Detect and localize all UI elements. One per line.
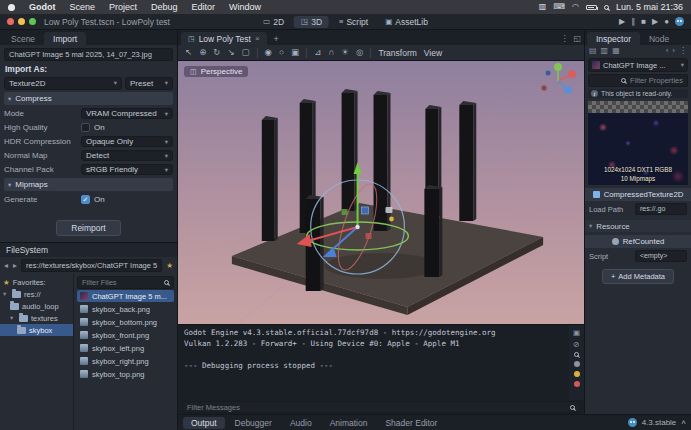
display-status-icon[interactable]: ▥ <box>539 3 547 11</box>
selection-dot[interactable] <box>389 217 394 222</box>
normal-map-dropdown[interactable]: Detect▾ <box>81 150 173 161</box>
menubar-app-name[interactable]: Godot <box>23 2 62 12</box>
fs-forward-icon[interactable]: ▸ <box>12 261 18 270</box>
gizmo-plane-handle[interactable] <box>342 209 348 215</box>
preset-dropdown[interactable]: Preset ▾ <box>125 77 173 90</box>
spotlight-search-icon[interactable] <box>604 5 609 10</box>
bottom-tab-animation[interactable]: Animation <box>322 417 376 429</box>
rotate-tool-icon[interactable]: ↻ <box>213 48 220 57</box>
mipmaps-section-header[interactable]: ▾ Mipmaps <box>4 178 173 191</box>
close-scene-tab-icon[interactable]: × <box>255 34 260 43</box>
tab-assetlib[interactable]: ▣AssetLib <box>378 16 435 28</box>
transform-menu[interactable]: Transform <box>378 48 416 58</box>
scale-tool-icon[interactable]: ↘ <box>227 48 234 57</box>
class-category-header[interactable]: CompressedTexture2D <box>585 188 691 201</box>
pause-button[interactable]: ∥ <box>631 18 635 26</box>
fs-back-icon[interactable]: ◂ <box>3 261 9 270</box>
menu-scene[interactable]: Scene <box>64 2 102 12</box>
expand-viewport-icon[interactable]: ◱ <box>573 34 581 43</box>
menu-editor[interactable]: Editor <box>186 2 222 12</box>
select-tool-icon[interactable]: ↖ <box>185 48 192 57</box>
ruler-tool-icon[interactable]: ⊿ <box>314 48 321 57</box>
scene-tabs-menu-icon[interactable]: ⋮ <box>560 34 568 43</box>
bottom-tab-audio[interactable]: Audio <box>282 417 320 429</box>
clear-log-icon[interactable]: ⊘ <box>573 341 579 349</box>
move-tool-icon[interactable]: ⊕ <box>199 48 206 57</box>
file-item-skybox-front[interactable]: skybox_front.png <box>77 329 174 341</box>
bottom-tab-output[interactable]: Output <box>183 417 225 429</box>
bottom-tab-debugger[interactable]: Debugger <box>227 417 280 429</box>
filter-properties-input[interactable]: Filter Properties <box>588 74 688 87</box>
fs-favorite-icon[interactable]: ★ <box>165 261 174 270</box>
wifi-icon[interactable]: ◠ <box>572 3 579 11</box>
minimize-window-button[interactable] <box>18 18 25 25</box>
tab-script[interactable]: ≡Script <box>332 16 375 28</box>
camera-preview-icon[interactable]: ◎ <box>356 48 363 57</box>
filter-messages-input[interactable]: Filter Messages <box>182 401 580 413</box>
error-filter-icon[interactable] <box>574 381 580 387</box>
axis-y-ball[interactable] <box>554 63 562 71</box>
expander-icon[interactable]: ▾ <box>3 290 9 298</box>
file-item-chatgpt-image[interactable]: ChatGPT Image 5 m... <box>77 290 174 302</box>
collapse-panel-icon[interactable]: ˄ <box>681 418 686 427</box>
tab-node[interactable]: Node <box>640 32 678 45</box>
tree-item-skybox[interactable]: skybox <box>0 324 73 336</box>
keyboard-status-icon[interactable]: ⌨ <box>553 3 565 11</box>
import-as-dropdown[interactable]: Texture2D ▾ <box>4 77 122 90</box>
tab-inspector[interactable]: Inspector <box>587 32 640 45</box>
node-gizmo-icon[interactable] <box>385 207 392 213</box>
mode-dropdown[interactable]: VRAM Compressed▾ <box>81 108 173 119</box>
new-scene-tab-button[interactable]: + <box>271 34 282 44</box>
message-filter-icon[interactable] <box>574 361 580 367</box>
history-forward-icon[interactable]: › <box>672 47 675 55</box>
scene-tab-low-poly-test[interactable]: ◳ Low Poly Test × <box>181 32 267 45</box>
play-button[interactable]: ▶ <box>619 18 625 26</box>
tab-scene-dock[interactable]: Scene <box>2 32 44 45</box>
tree-item-audio-loop[interactable]: audio_loop <box>0 300 73 312</box>
new-resource-icon[interactable]: ▤ <box>589 47 597 55</box>
generate-mipmaps-checkbox[interactable]: ✓ <box>81 195 90 204</box>
stop-button[interactable]: ■ <box>641 18 646 26</box>
gizmo-plane-handle[interactable] <box>366 233 372 239</box>
group-selected-icon[interactable]: ▣ <box>291 48 299 57</box>
bottom-tab-shader-editor[interactable]: Shader Editor <box>377 417 445 429</box>
script-value[interactable]: <empty> <box>635 250 687 262</box>
add-metadata-button[interactable]: + Add Metadata <box>602 269 674 284</box>
inspector-menu-icon[interactable]: ⋮ <box>679 47 687 55</box>
axis-z-ball[interactable] <box>564 86 572 94</box>
filter-files-input[interactable]: Filter Files <box>77 276 174 289</box>
axis-x-ball[interactable] <box>568 70 576 78</box>
search-log-icon[interactable] <box>574 352 579 357</box>
console-log[interactable]: Godot Engine v4.3.stable.official.77dcf9… <box>178 325 569 400</box>
play-scene-button[interactable]: ▶ <box>652 18 658 26</box>
high-quality-checkbox[interactable] <box>81 123 90 132</box>
load-path-value[interactable]: res://.go <box>635 203 687 215</box>
lock-selected-icon[interactable]: ◉ <box>265 48 272 57</box>
warning-filter-icon[interactable] <box>574 371 580 377</box>
resource-section-header[interactable]: ▾ Resource <box>585 220 691 232</box>
gizmo-plane-handle[interactable] <box>362 207 369 214</box>
close-window-button[interactable] <box>7 18 14 25</box>
menu-debug[interactable]: Debug <box>145 2 184 12</box>
battery-icon[interactable] <box>586 5 597 10</box>
save-resource-icon[interactable]: ▦ <box>612 47 620 55</box>
movie-mode-button[interactable]: ● <box>664 18 669 26</box>
menu-window[interactable]: Window <box>223 2 267 12</box>
file-item-skybox-left[interactable]: skybox_left.png <box>77 342 174 354</box>
tree-item-textures[interactable]: ▾ textures <box>0 312 73 324</box>
tab-3d[interactable]: ◳3D <box>294 16 329 28</box>
tab-import-dock[interactable]: Import <box>44 32 86 45</box>
texture-preview[interactable]: 1024x1024 DXT1 RGB8 10 Mipmaps <box>588 113 688 185</box>
gizmo-origin-dot[interactable] <box>355 225 359 229</box>
menubar-clock[interactable]: Lun. 5 mai 21:36 <box>616 2 683 12</box>
apple-menu-icon[interactable] <box>8 4 15 11</box>
file-item-skybox-right[interactable]: skybox_right.png <box>77 355 174 367</box>
menu-project[interactable]: Project <box>103 2 143 12</box>
tab-2d[interactable]: ▭2D <box>256 16 291 28</box>
copy-log-icon[interactable]: ▣ <box>573 329 580 337</box>
engine-version-label[interactable]: 4.3.stable <box>642 418 677 427</box>
box-select-tool-icon[interactable]: ▢ <box>242 48 250 57</box>
perspective-menu-button[interactable]: ◫ Perspective <box>184 66 248 77</box>
expander-icon[interactable]: ▾ <box>10 314 16 322</box>
history-back-icon[interactable]: ‹ <box>666 47 669 55</box>
